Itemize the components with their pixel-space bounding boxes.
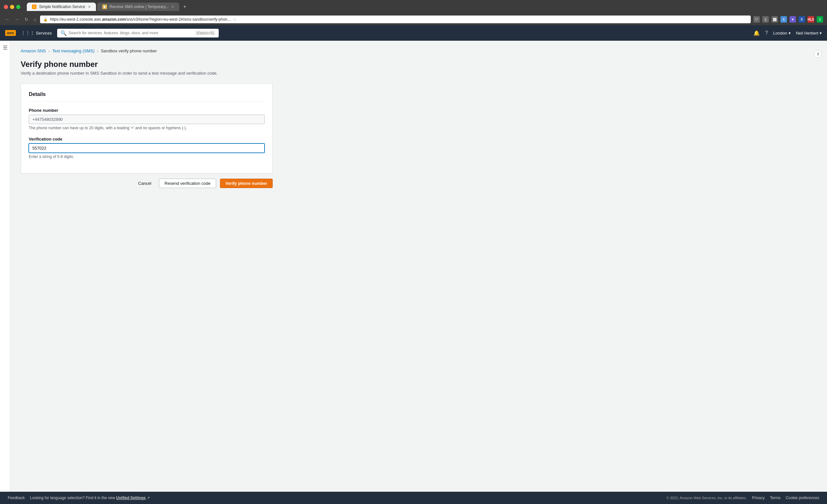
reload-button[interactable]: ↻: [23, 16, 30, 22]
ext-icon-3[interactable]: ⬜: [771, 16, 778, 22]
aws-logo[interactable]: aws: [5, 30, 16, 36]
bookmark-icon[interactable]: ☆: [233, 17, 237, 22]
ext-icon-6[interactable]: B: [798, 16, 805, 22]
hamburger-icon[interactable]: ☰: [3, 45, 7, 51]
breadcrumb-amazon-sns[interactable]: Amazon SNS: [21, 48, 46, 53]
minimize-window-button[interactable]: [10, 5, 14, 9]
search-icon: 🔍: [60, 30, 67, 36]
details-card: Details Phone number The phone number ca…: [21, 83, 273, 173]
close-window-button[interactable]: [4, 5, 8, 9]
actions-row: Cancel Resend verification code Verify p…: [21, 179, 273, 188]
search-input[interactable]: [69, 31, 194, 35]
page-container: ☰ Amazon SNS › Text messaging (SMS) › Sa…: [0, 41, 827, 492]
address-bar[interactable]: 🔒 https://eu-west-2.console.aws.amazon.c…: [40, 15, 751, 23]
phone-number-input[interactable]: [29, 115, 264, 124]
user-name: Neil Herbert: [796, 31, 818, 36]
terms-link[interactable]: Terms: [770, 496, 780, 500]
services-menu-button[interactable]: ⋮⋮⋮ Services: [21, 31, 52, 36]
feedback-link[interactable]: Feedback: [8, 496, 25, 500]
breadcrumb-text-messaging[interactable]: Text messaging (SMS): [52, 48, 95, 53]
verification-code-hint: Enter a string of 5-8 digits.: [29, 154, 264, 159]
lock-icon: 🔒: [43, 17, 48, 22]
aws-navbar: aws ⋮⋮⋮ Services 🔍 [Option+S] 🔔 ? London…: [0, 25, 827, 41]
browser-extensions: 🛡 || ⬜ A ▼ B HLS S: [753, 16, 823, 22]
page-title: Verify phone number: [21, 60, 817, 69]
phone-number-label: Phone number: [29, 108, 264, 113]
tab-label-sms: Receive SMS online | Temporary...: [109, 4, 168, 9]
tabs-bar: S Simple Notification Service ✕ 📋 Receiv…: [23, 3, 823, 11]
verify-phone-number-button[interactable]: Verify phone number: [220, 179, 273, 188]
external-link-icon: ↗: [147, 496, 150, 500]
traffic-lights: [4, 5, 20, 9]
maximize-window-button[interactable]: [16, 5, 20, 9]
address-bar-row: ← → ↻ ⌂ 🔒 https://eu-west-2.console.aws.…: [0, 13, 827, 25]
close-tab-sns[interactable]: ✕: [88, 5, 91, 9]
region-chevron-icon: ▾: [788, 31, 791, 36]
footer-right: © 2022, Amazon Web Services, Inc. or its…: [667, 496, 819, 500]
url-text: https://eu-west-2.console.aws.amazon.com…: [50, 17, 230, 22]
breadcrumb-sep-1: ›: [48, 49, 50, 53]
help-icon[interactable]: ?: [765, 30, 768, 36]
tab-label-sns: Simple Notification Service: [39, 4, 85, 9]
ext-icon-2[interactable]: ||: [763, 16, 769, 22]
forward-button[interactable]: →: [13, 16, 21, 22]
footer: Feedback Looking for language selection?…: [0, 492, 827, 504]
ext-icon-8[interactable]: S: [817, 16, 823, 22]
verification-code-label: Verification code: [29, 137, 264, 142]
breadcrumb-sep-2: ›: [97, 49, 98, 53]
back-button[interactable]: ←: [4, 16, 11, 22]
services-label: Services: [36, 31, 52, 36]
tab-favicon-sms: 📋: [102, 4, 107, 9]
browser-chrome: S Simple Notification Service ✕ 📋 Receiv…: [0, 0, 827, 25]
region-selector[interactable]: London ▾: [773, 31, 790, 36]
privacy-link[interactable]: Privacy: [752, 496, 765, 500]
url-domain: amazon.com: [102, 17, 126, 22]
global-search[interactable]: 🔍 [Option+S]: [57, 29, 219, 38]
unified-settings-link[interactable]: Unified Settings: [116, 496, 146, 500]
footer-copyright: © 2022, Amazon Web Services, Inc. or its…: [667, 496, 747, 500]
inactive-tab[interactable]: 📋 Receive SMS online | Temporary... ✕: [97, 3, 179, 11]
verification-code-input[interactable]: [29, 143, 264, 153]
region-label: London: [773, 31, 787, 36]
cancel-button[interactable]: Cancel: [134, 179, 155, 188]
breadcrumb: Amazon SNS › Text messaging (SMS) › Sand…: [21, 48, 817, 53]
user-chevron-icon: ▾: [820, 31, 822, 36]
ext-icon-1[interactable]: 🛡: [753, 16, 760, 22]
aws-logo-text: aws: [5, 30, 16, 36]
info-icon[interactable]: ℹ: [814, 50, 822, 58]
close-tab-sms[interactable]: ✕: [171, 5, 174, 9]
breadcrumb-current: Sandbox verify phone number: [101, 48, 157, 53]
browser-titlebar: S Simple Notification Service ✕ 📋 Receiv…: [0, 0, 827, 13]
phone-number-group: Phone number The phone number can have u…: [29, 108, 264, 130]
verification-code-group: Verification code Enter a string of 5-8 …: [29, 137, 264, 159]
home-button[interactable]: ⌂: [32, 16, 38, 22]
ext-icon-7[interactable]: HLS: [808, 16, 814, 22]
phone-number-hint: The phone number can have up to 20 digit…: [29, 126, 264, 130]
search-shortcut: [Option+S]: [195, 31, 215, 35]
card-title: Details: [29, 91, 264, 101]
ext-icon-4[interactable]: A: [780, 16, 787, 22]
cookie-preferences-link[interactable]: Cookie preferences: [786, 496, 819, 500]
aws-nav-right: 🔔 ? London ▾ Neil Herbert ▾: [753, 30, 822, 36]
active-tab[interactable]: S Simple Notification Service ✕: [27, 3, 96, 11]
new-tab-button[interactable]: +: [181, 3, 189, 11]
resend-verification-code-button[interactable]: Resend verification code: [159, 179, 216, 188]
footer-language-text: Looking for language selection? Find it …: [30, 496, 661, 500]
sidebar-toggle[interactable]: ☰: [0, 41, 10, 492]
main-content: Amazon SNS › Text messaging (SMS) › Sand…: [10, 41, 827, 492]
user-menu-button[interactable]: Neil Herbert ▾: [796, 31, 822, 36]
notifications-icon[interactable]: 🔔: [753, 30, 760, 36]
ext-icon-5[interactable]: ▼: [789, 16, 796, 22]
tab-favicon-sns: S: [32, 4, 37, 9]
page-description: Verify a destination phone number in SMS…: [21, 71, 817, 75]
